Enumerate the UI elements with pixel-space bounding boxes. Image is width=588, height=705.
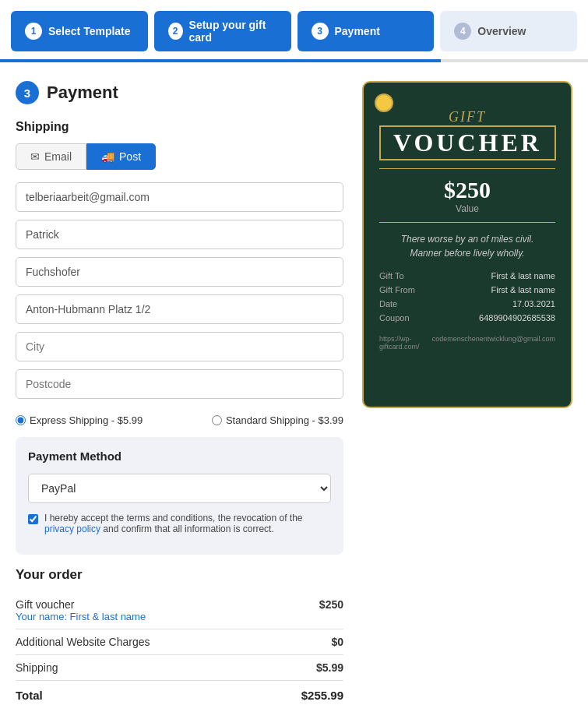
order-additional-amount: $0 [331,636,343,648]
email-input[interactable] [16,182,343,212]
order-shipping-label: Shipping [16,661,58,674]
page-title-badge: 3 [16,81,39,104]
order-shipping-amount: $5.99 [316,661,343,674]
postcode-input[interactable] [16,369,343,399]
step-4-number: 4 [454,23,471,40]
payment-method-box: Payment Method PayPal Credit Card Bank T… [16,437,343,555]
right-panel: GIFT VOUCHER $250 Value There worse by a… [362,81,572,705]
step-3-number: 3 [312,23,329,40]
order-additional-label: Additional Website Charges [16,636,150,648]
order-total-amount: $255.99 [301,689,343,702]
step-3[interactable]: 3 Payment [298,11,435,51]
gift-value: $250 [379,177,555,203]
payment-method-inner: PayPal Credit Card Bank Transfer [28,471,331,503]
order-line-gift-label: Gift voucher Your name: First & last nam… [16,598,146,622]
order-section: Your order Gift voucher Your name: First… [16,567,343,705]
gift-divider-mid [379,222,555,223]
terms-row: I hereby accept the terms and conditions… [28,513,331,534]
terms-checkbox[interactable] [28,514,38,524]
city-input[interactable] [16,332,343,361]
gift-detail-date: Date 17.03.2021 [379,299,555,308]
gift-card-circle-decoration [375,93,393,112]
gift-card-preview: GIFT VOUCHER $250 Value There worse by a… [362,81,572,408]
left-panel: 3 Payment Shipping ✉ Email 🚚 Post Expres… [16,81,343,705]
address-input[interactable] [16,294,343,324]
express-shipping-option[interactable]: Express Shipping - $5.99 [16,414,143,426]
order-line-shipping: Shipping $5.99 [16,655,343,681]
gift-footer-left: https://wp-giftcard.com/ [379,335,432,351]
step-navigation: 1 Select Template 2 Setup your gift card… [0,0,588,51]
express-shipping-radio[interactable] [16,415,26,425]
order-line-gift-amount: $250 [319,598,343,611]
step-1-number: 1 [25,23,42,40]
shipping-options-row: Express Shipping - $5.99 Standard Shippi… [16,414,343,426]
step-2[interactable]: 2 Setup your gift card [154,11,291,51]
first-name-input[interactable] [16,220,343,249]
post-toggle-btn[interactable]: 🚚 Post [86,143,156,170]
gift-detail-gift-from: Gift From First & last name [379,285,555,294]
email-toggle-btn[interactable]: ✉ Email [16,143,86,170]
order-total-label: Total [16,689,43,702]
gift-voucher-header: GIFT VOUCHER [379,109,555,160]
gift-divider-top [379,168,555,169]
email-btn-label: Email [44,150,72,163]
gift-text: GIFT [379,109,555,125]
page-title: Payment [47,83,118,103]
express-shipping-label: Express Shipping - $5.99 [30,414,143,426]
step-3-label: Payment [335,25,380,37]
last-name-input[interactable] [16,257,343,287]
email-icon: ✉ [30,150,40,163]
gift-details: Gift To First & last name Gift From Firs… [379,271,555,323]
order-line-additional: Additional Website Charges $0 [16,629,343,655]
step-1[interactable]: 1 Select Template [11,11,148,51]
privacy-policy-link[interactable]: privacy policy [44,523,100,534]
main-content: 3 Payment Shipping ✉ Email 🚚 Post Expres… [0,62,588,705]
standard-shipping-label: Standard Shipping - $3.99 [226,414,343,426]
post-btn-label: Post [119,150,141,163]
post-icon: 🚚 [101,150,114,163]
step-2-number: 2 [168,23,183,40]
step-4-label: Overview [477,25,526,37]
payment-method-select[interactable]: PayPal Credit Card Bank Transfer [28,474,331,503]
terms-text: I hereby accept the terms and conditions… [44,513,331,534]
gift-footer: https://wp-giftcard.com/ codemenschenent… [379,335,555,351]
order-title: Your order [16,567,343,583]
shipping-section-label: Shipping [16,120,343,134]
standard-shipping-radio[interactable] [212,415,222,425]
step-2-label: Setup your gift card [189,19,277,44]
gift-detail-gift-to: Gift To First & last name [379,271,555,280]
standard-shipping-option[interactable]: Standard Shipping - $3.99 [212,414,343,426]
gift-description: There worse by an of miles civil.Manner … [379,232,555,260]
step-1-label: Select Template [48,25,131,37]
payment-method-label: Payment Method [28,449,331,463]
order-total-line: Total $255.99 [16,681,343,705]
gift-footer-right: codemenschenentwicklung@gmail.com [432,335,555,351]
gift-detail-coupon: Coupon 6489904902685538 [379,313,555,323]
shipping-toggle: ✉ Email 🚚 Post [16,143,343,170]
page-title-row: 3 Payment [16,81,343,104]
step-4[interactable]: 4 Overview [440,11,577,51]
order-line-gift-voucher: Gift voucher Your name: First & last nam… [16,592,343,629]
voucher-text: VOUCHER [379,125,556,160]
gift-value-label: Value [379,203,555,214]
